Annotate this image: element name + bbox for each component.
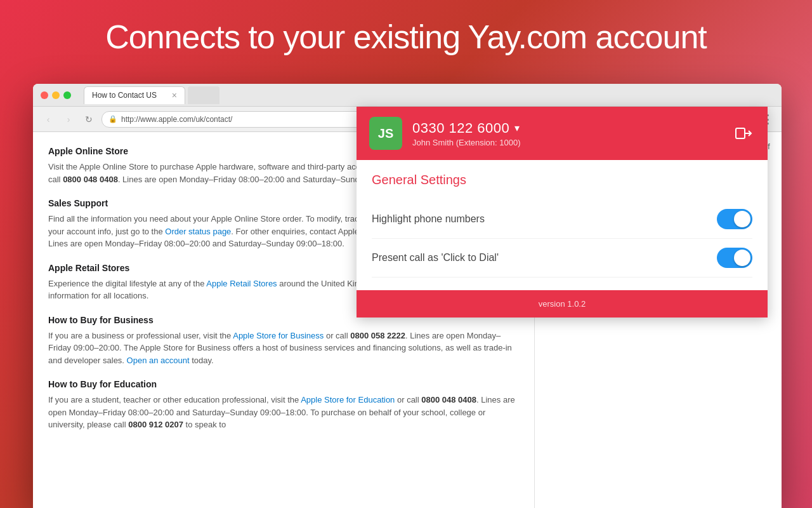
phone-1: 0800 048 0408	[63, 175, 118, 184]
version-label: version 1.0.2	[539, 299, 586, 309]
traffic-lights	[41, 91, 71, 99]
minimize-button[interactable]	[52, 91, 60, 99]
setting-label-1: Highlight phone numbers	[372, 213, 485, 225]
back-button[interactable]: ‹	[41, 112, 56, 127]
lock-icon: 🔒	[108, 115, 117, 123]
active-tab[interactable]: How to Contact US ×	[84, 86, 185, 104]
yay-panel: JS 0330 122 6000 ▾ John Smith (Extension…	[357, 107, 768, 318]
phone-3: 0800 058 2222	[350, 331, 405, 340]
tab-bar: How to Contact US ×	[84, 86, 774, 104]
phone-4: 0800 048 0408	[421, 395, 476, 404]
setting-row-1: Highlight phone numbers	[372, 200, 752, 239]
close-button[interactable]	[41, 91, 48, 99]
user-display-name: John Smith (Extension: 1000)	[412, 138, 755, 147]
yay-body: General Settings Highlight phone numbers…	[357, 160, 768, 290]
tab-close-icon[interactable]: ×	[172, 91, 177, 100]
phone-dropdown-icon[interactable]: ▾	[514, 122, 520, 134]
yay-header: JS 0330 122 6000 ▾ John Smith (Extension…	[357, 107, 768, 160]
user-info: 0330 122 6000 ▾ John Smith (Extension: 1…	[412, 120, 755, 147]
hero-title: Connects to your existing Yay.com accoun…	[0, 0, 812, 74]
section-heading-5: How to Buy for Education	[48, 378, 519, 391]
setting-label-2: Present call as 'Click to Dial'	[372, 252, 499, 264]
user-avatar: JS	[369, 117, 402, 150]
forward-icon: ›	[67, 114, 70, 124]
refresh-button[interactable]: ↻	[81, 112, 96, 127]
order-status-link[interactable]: Order status page	[165, 227, 231, 236]
phone-5: 0800 912 0207	[128, 420, 183, 429]
settings-title: General Settings	[372, 173, 752, 187]
inactive-tab[interactable]	[188, 86, 219, 104]
highlight-phone-toggle[interactable]	[717, 209, 752, 229]
url-text: http://www.apple.com/uk/contact/	[121, 115, 232, 124]
refresh-icon: ↻	[85, 114, 93, 124]
business-store-link[interactable]: Apple Store for Business	[233, 331, 324, 340]
open-account-link[interactable]: Open an account	[127, 356, 190, 365]
svg-rect-0	[736, 128, 745, 138]
yay-footer: version 1.0.2	[357, 290, 768, 318]
section-body-4: If you are a business or professional us…	[48, 330, 519, 367]
maximize-button[interactable]	[63, 91, 71, 99]
setting-row-2: Present call as 'Click to Dial'	[372, 239, 752, 277]
tab-title: How to Contact US	[92, 91, 167, 100]
section-body-5: If you are a student, teacher or other e…	[48, 394, 519, 431]
click-to-dial-toggle[interactable]	[717, 248, 752, 268]
retail-stores-link[interactable]: Apple Retail Stores	[206, 279, 277, 288]
logout-button[interactable]	[732, 122, 755, 145]
phone-number-row: 0330 122 6000 ▾	[412, 120, 755, 137]
title-bar: How to Contact US ×	[33, 84, 782, 107]
back-icon: ‹	[47, 114, 50, 124]
phone-number: 0330 122 6000	[412, 120, 509, 137]
logout-icon	[735, 124, 752, 142]
education-store-link[interactable]: Apple Store for Education	[301, 395, 395, 404]
forward-button[interactable]: ›	[61, 112, 76, 127]
